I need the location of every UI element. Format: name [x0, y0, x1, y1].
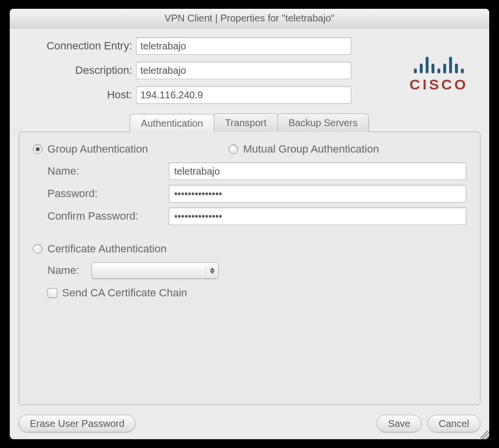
- stepper-arrows-icon: [205, 268, 216, 274]
- radio-icon: [33, 244, 43, 254]
- certificate-authentication-label: Certificate Authentication: [47, 243, 166, 255]
- host-input[interactable]: [136, 86, 351, 104]
- window-title: VPN Client | Properties for "teletrabajo…: [10, 9, 489, 28]
- group-password-row: Password:: [47, 185, 466, 202]
- group-name-input[interactable]: [169, 162, 466, 180]
- window-title-text: VPN Client | Properties for "teletrabajo…: [164, 13, 334, 24]
- tab-transport[interactable]: Transport: [214, 113, 278, 132]
- description-row: Description:: [19, 62, 397, 79]
- resize-grip-icon[interactable]: [480, 430, 489, 439]
- vpn-properties-window: VPN Client | Properties for "teletrabajo…: [10, 9, 489, 439]
- certificate-name-label: Name:: [47, 264, 91, 277]
- connection-entry-label: Connection Entry:: [19, 40, 136, 52]
- checkbox-icon: [47, 288, 57, 298]
- certificate-name-row: Name:: [33, 262, 466, 279]
- mutual-group-authentication-radio[interactable]: Mutual Group Authentication: [228, 143, 379, 156]
- send-ca-certificate-label: Send CA Certificate Chain: [62, 287, 187, 299]
- group-name-row: Name:: [47, 162, 466, 180]
- tab-backup-servers[interactable]: Backup Servers: [277, 113, 369, 132]
- erase-user-password-button[interactable]: Erase User Password: [19, 415, 136, 432]
- save-button[interactable]: Save: [377, 415, 422, 432]
- cisco-logo-text: CISCO: [409, 76, 468, 93]
- description-input[interactable]: [136, 62, 351, 79]
- mutual-group-authentication-label: Mutual Group Authentication: [243, 143, 379, 156]
- tab-bar: Authentication Transport Backup Servers: [19, 113, 480, 132]
- host-row: Host:: [19, 86, 397, 104]
- group-password-input[interactable]: [169, 185, 466, 202]
- tab-authentication[interactable]: Authentication: [130, 114, 214, 133]
- radio-icon: [33, 144, 43, 154]
- window-content: Connection Entry: Description: Host:: [10, 28, 489, 439]
- cancel-button[interactable]: Cancel: [428, 415, 480, 432]
- cisco-logo: CISCO: [397, 37, 480, 104]
- group-name-label: Name:: [47, 165, 169, 178]
- send-ca-certificate-checkbox[interactable]: Send CA Certificate Chain: [33, 287, 466, 299]
- group-confirm-password-row: Confirm Password:: [47, 207, 466, 225]
- button-bar: Erase User Password Save Cancel: [19, 415, 480, 432]
- top-fields: Connection Entry: Description: Host:: [19, 37, 480, 104]
- authentication-panel: Group Authentication Mutual Group Authen…: [19, 132, 480, 405]
- group-confirm-password-label: Confirm Password:: [47, 210, 169, 223]
- description-label: Description:: [19, 64, 136, 77]
- certificate-authentication-radio[interactable]: Certificate Authentication: [33, 243, 466, 255]
- connection-entry-row: Connection Entry:: [19, 37, 397, 55]
- certificate-name-select[interactable]: [91, 262, 219, 279]
- group-authentication-radio[interactable]: Group Authentication: [33, 143, 228, 156]
- cisco-logo-icon: [414, 52, 464, 73]
- host-label: Host:: [19, 89, 136, 101]
- group-password-label: Password:: [47, 187, 169, 200]
- group-confirm-password-input[interactable]: [169, 207, 466, 225]
- radio-icon: [228, 144, 238, 154]
- group-authentication-label: Group Authentication: [47, 143, 148, 156]
- connection-entry-input[interactable]: [136, 37, 351, 55]
